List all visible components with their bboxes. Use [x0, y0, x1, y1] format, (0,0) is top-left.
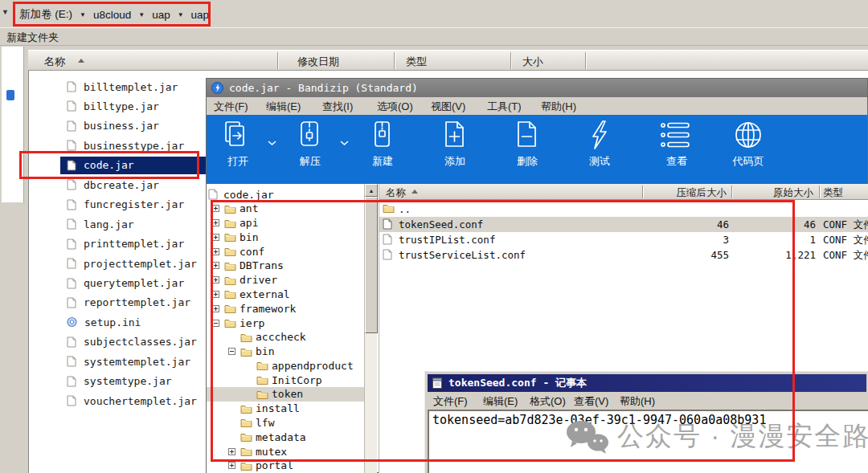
tree-item-label: conf	[240, 246, 264, 258]
column-divider[interactable]	[731, 186, 732, 198]
archive-row-up[interactable]: ..	[379, 202, 868, 217]
bandizip-menu-5[interactable]: 工具(T)	[487, 100, 522, 114]
cell-original-size: 1,221	[731, 249, 816, 261]
dropdown-chevron-icon[interactable]	[268, 141, 276, 146]
breadcrumb-segment[interactable]: uap	[152, 9, 170, 21]
tree-item-framework[interactable]: framework	[207, 301, 364, 316]
notepad-window-title: tokenSeed.conf - 记事本	[448, 376, 587, 390]
column-header-type[interactable]: 类型	[406, 55, 427, 69]
bandizip-menu-3[interactable]: 选项(O)	[377, 100, 413, 114]
new-folder-button[interactable]: 新建文件夹	[6, 31, 59, 45]
tree-item-InitCorp[interactable]: InitCorp	[207, 373, 364, 387]
test-lightning-icon	[583, 120, 616, 152]
tree-item-code.jar[interactable]: code.jar	[207, 187, 364, 202]
breadcrumb-dropdown-icon[interactable]: ▼	[80, 11, 86, 18]
collapse-minus-icon[interactable]	[212, 320, 219, 327]
archive-row-trustIPList-conf[interactable]: trustIPList.conf31CONF 文件	[379, 232, 868, 247]
tree-item-DBTrans[interactable]: DBTrans	[207, 259, 364, 273]
notepad-titlebar[interactable]: tokenSeed.conf - 记事本	[428, 374, 866, 392]
tree-item-bin[interactable]: bin	[207, 230, 364, 244]
breadcrumb-segment[interactable]: uap	[191, 9, 210, 21]
archive-column-header-type[interactable]: 类型	[823, 186, 843, 200]
column-divider[interactable]	[394, 52, 395, 69]
tree-item-lfw[interactable]: lfw	[207, 415, 364, 430]
expand-plus-icon[interactable]	[212, 219, 219, 226]
expand-plus-icon[interactable]	[228, 448, 235, 455]
archive-column-header-name[interactable]: 名称	[386, 186, 406, 200]
toolbar-button-extract-zip[interactable]: 解压	[285, 120, 336, 179]
breadcrumb-segment[interactable]: u8cloud	[93, 9, 131, 21]
bandizip-menu-4[interactable]: 视图(V)	[431, 100, 465, 114]
tree-item-token[interactable]: token	[207, 387, 364, 402]
expand-plus-icon[interactable]	[212, 234, 219, 241]
tree-item-metadata[interactable]: metadata	[207, 430, 364, 444]
folder-icon	[240, 461, 252, 471]
column-header-date-modified[interactable]: 修改日期	[297, 55, 339, 69]
notepad-menu-4[interactable]: 帮助(H)	[620, 394, 655, 409]
tree-item-ierp[interactable]: ierp	[207, 316, 364, 330]
breadcrumb-dropdown-icon[interactable]: ▼	[138, 11, 145, 18]
bandizip-titlebar[interactable]: code.jar - Bandizip (Standard)	[207, 79, 867, 97]
toolbar-button-label: 查看	[666, 154, 687, 169]
tree-item-label: InitCorp	[272, 374, 322, 386]
tree-item-bin[interactable]: bin	[207, 345, 364, 359]
toolbar-button-test-lightning[interactable]: 测试	[574, 120, 625, 179]
toolbar-button-new-archive[interactable]: 新建	[357, 120, 408, 179]
tree-item-ant[interactable]: ant	[207, 202, 364, 216]
expand-plus-icon[interactable]	[212, 205, 219, 212]
column-divider[interactable]	[510, 52, 511, 69]
column-divider[interactable]	[277, 52, 278, 69]
expand-plus-icon[interactable]	[212, 248, 219, 255]
toolbar-button-codepage-globe[interactable]: 代码页	[718, 120, 779, 179]
expand-plus-icon[interactable]	[212, 276, 219, 283]
bandizip-menu-1[interactable]: 编辑(E)	[266, 100, 301, 114]
expand-plus-icon[interactable]	[212, 291, 219, 298]
archive-column-header-original-size[interactable]: 原始大小	[773, 186, 813, 200]
archive-column-header-packed-size[interactable]: 压缩后大小	[677, 186, 727, 200]
tree-item-mutex[interactable]: mutex	[207, 444, 364, 459]
column-divider[interactable]	[642, 186, 643, 198]
bandizip-menu-2[interactable]: 查找(I)	[322, 100, 353, 114]
breadcrumb-overflow-icon[interactable]: ▼	[2, 8, 9, 16]
tree-item-driver[interactable]: driver	[207, 273, 364, 287]
archive-row-trustServiceList-conf[interactable]: trustServiceList.conf4551,221CONF 文件	[379, 247, 868, 263]
column-divider[interactable]	[819, 186, 820, 198]
tree-item-api[interactable]: api	[207, 216, 364, 230]
dropdown-chevron-icon[interactable]	[340, 141, 349, 146]
archive-row-tokenSeed-conf[interactable]: tokenSeed.conf4646CONF 文件	[379, 217, 868, 232]
bandizip-window-title: code.jar - Bandizip (Standard)	[229, 82, 418, 94]
toolbar-button-delete-file[interactable]: 删除	[502, 120, 553, 179]
folder-icon	[256, 361, 268, 370]
toolbar-button-view-list[interactable]: 查看	[651, 120, 702, 179]
notepad-menu-0[interactable]: 文件(F)	[433, 394, 468, 409]
toolbar-button-open-archive[interactable]: 打开	[212, 120, 264, 179]
expand-plus-icon[interactable]	[228, 462, 235, 469]
tree-scrollbar[interactable]: ▲	[364, 184, 377, 473]
folder-icon	[240, 404, 252, 414]
tree-item-label: ierp	[240, 317, 264, 329]
tree-item-external[interactable]: external	[207, 287, 364, 301]
notepad-menu-2[interactable]: 格式(O)	[530, 394, 566, 409]
notepad-menu-1[interactable]: 编辑(E)	[483, 394, 518, 409]
breadcrumb-dropdown-icon[interactable]: ▼	[178, 11, 184, 18]
column-header-size[interactable]: 大小	[522, 55, 543, 69]
breadcrumb-segment[interactable]: 新加卷 (E:)	[19, 7, 72, 22]
toolbar-button-add-file[interactable]: 添加	[429, 120, 481, 179]
collapse-minus-icon[interactable]	[228, 348, 235, 355]
expand-plus-icon[interactable]	[212, 305, 219, 312]
notepad-menu-3[interactable]: 查看(V)	[574, 394, 608, 409]
tree-item-install[interactable]: install	[207, 402, 364, 416]
tree-item-acccheck[interactable]: acccheck	[207, 330, 364, 345]
tree-item-appendproduct[interactable]: appendproduct	[207, 358, 364, 373]
column-divider[interactable]	[585, 52, 586, 69]
bandizip-menu-6[interactable]: 帮助(H)	[541, 100, 576, 114]
scrollbar-up-icon[interactable]: ▲	[365, 184, 378, 197]
column-header-name[interactable]: 名称	[44, 55, 65, 69]
tree-item-portal[interactable]: portal	[207, 459, 364, 473]
tree-item-label: DBTrans	[240, 259, 284, 271]
bandizip-menu-0[interactable]: 文件(F)	[214, 100, 248, 114]
expand-plus-icon[interactable]	[212, 262, 219, 269]
tree-item-conf[interactable]: conf	[207, 244, 364, 259]
scrollbar-thumb[interactable]	[365, 197, 378, 333]
toolbar-button-label: 解压	[300, 154, 321, 169]
